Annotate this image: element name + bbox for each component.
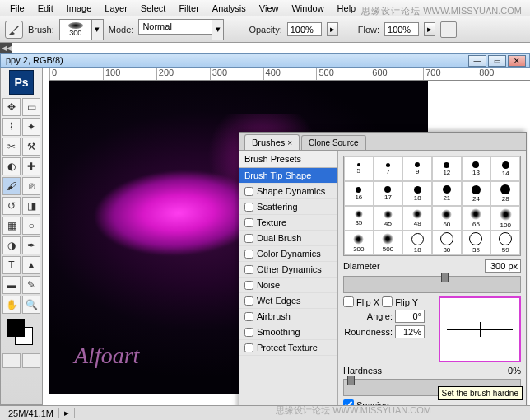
brush-option-smoothing[interactable]: Smoothing	[239, 324, 337, 340]
shape-tool[interactable]: ▬	[2, 276, 21, 294]
slice-tool[interactable]: ⚒	[22, 138, 40, 156]
move-tool[interactable]: ✥	[2, 98, 21, 116]
brush-thumb[interactable]: 18	[402, 231, 432, 255]
roundness-input[interactable]: 12%	[395, 325, 425, 338]
brush-thumb[interactable]: 59	[490, 231, 520, 255]
brush-option-scattering[interactable]: Scattering	[239, 199, 337, 215]
eyedropper-tool[interactable]: ◐	[2, 157, 21, 175]
screenmode-button[interactable]	[22, 353, 40, 368]
menu-image[interactable]: Image	[60, 2, 99, 15]
brush-thumb[interactable]: 9	[402, 156, 432, 181]
healing-tool[interactable]: ✚	[22, 157, 40, 175]
brush-thumb[interactable]: 30	[432, 231, 462, 255]
history-brush-tool[interactable]: ↺	[2, 197, 21, 215]
brush-option-checkbox[interactable]	[244, 265, 253, 274]
diameter-input[interactable]: 300 px	[485, 259, 521, 273]
crop-tool[interactable]: ✂	[2, 138, 21, 156]
menu-file[interactable]: File	[3, 2, 31, 15]
brush-thumb[interactable]: 100	[490, 206, 520, 231]
flow-input[interactable]: 100%	[384, 22, 419, 36]
brush-option-checkbox[interactable]	[244, 187, 253, 196]
brush-option-checkbox[interactable]	[244, 218, 253, 227]
zoom-tool[interactable]: 🔍	[22, 296, 40, 314]
brush-thumb[interactable]: 16	[344, 181, 374, 206]
brush-thumb[interactable]: 21	[432, 181, 462, 206]
brush-thumb[interactable]: 300	[344, 231, 374, 255]
brush-option-checkbox[interactable]	[244, 203, 253, 212]
brush-thumb[interactable]: 35	[344, 206, 374, 231]
brush-option-wet-edges[interactable]: Wet Edges	[239, 293, 337, 309]
notes-tool[interactable]: ✎	[22, 276, 40, 294]
brush-thumb[interactable]: 45	[374, 206, 403, 231]
menu-help[interactable]: Help	[331, 2, 363, 15]
brush-thumb[interactable]: 24	[462, 181, 491, 206]
quickmask-standard[interactable]	[2, 353, 21, 368]
marquee-tool[interactable]: ▭	[22, 98, 40, 116]
gradient-tool[interactable]: ▦	[2, 217, 21, 235]
lasso-tool[interactable]: ⌇	[2, 118, 21, 136]
brush-preset-picker[interactable]: 300	[59, 19, 92, 40]
brush-thumb[interactable]: 7	[374, 156, 403, 181]
brush-thumb[interactable]: 48	[402, 206, 432, 231]
brush-option-airbrush[interactable]: Airbrush	[239, 309, 337, 324]
brush-thumb[interactable]: 28	[490, 181, 520, 206]
hand-tool[interactable]: ✋	[2, 296, 21, 314]
diameter-slider[interactable]	[343, 276, 521, 293]
brush-thumb[interactable]: 12	[432, 156, 462, 181]
panel-collapse-tab[interactable]: ◀◀	[0, 43, 12, 53]
magic-wand-tool[interactable]: ✦	[22, 118, 40, 136]
menu-edit[interactable]: Edit	[31, 2, 60, 15]
brush-option-brush-tip-shape[interactable]: Brush Tip Shape	[239, 168, 337, 184]
menu-layer[interactable]: Layer	[98, 2, 134, 15]
tab-clone-source[interactable]: Clone Source	[301, 135, 366, 150]
type-tool[interactable]: T	[2, 256, 21, 274]
flipx-checkbox[interactable]	[343, 296, 354, 307]
brush-option-color-dynamics[interactable]: Color Dynamics	[239, 246, 337, 262]
angle-input[interactable]: 0°	[395, 310, 425, 323]
brush-tool[interactable]: 🖌	[2, 177, 21, 195]
menu-filter[interactable]: Filter	[172, 2, 205, 15]
dodge-tool[interactable]: ◑	[2, 236, 21, 254]
brush-option-texture[interactable]: Texture	[239, 215, 337, 231]
window-close-button[interactable]: ✕	[508, 55, 526, 67]
blend-mode-dropdown[interactable]: ▾	[212, 19, 224, 40]
brush-thumb[interactable]: 18	[402, 181, 432, 206]
opacity-input[interactable]: 100%	[287, 22, 322, 36]
brush-option-checkbox[interactable]	[244, 281, 253, 290]
brush-preset-dropdown[interactable]: ▾	[92, 19, 104, 40]
brush-option-checkbox[interactable]	[244, 234, 253, 243]
path-select-tool[interactable]: ▲	[22, 256, 40, 274]
brush-option-checkbox[interactable]	[244, 296, 253, 306]
brush-thumb[interactable]: 17	[374, 181, 403, 206]
brush-option-checkbox[interactable]	[244, 328, 253, 337]
menu-select[interactable]: Select	[134, 2, 173, 15]
menu-analysis[interactable]: Analysis	[206, 2, 253, 15]
brush-thumb[interactable]: 13	[462, 156, 491, 181]
flow-slider-toggle[interactable]: ▸	[424, 22, 435, 36]
airbrush-toggle-icon[interactable]	[440, 21, 457, 38]
brush-thumb[interactable]: 65	[462, 206, 491, 231]
brush-thumb[interactable]: 500	[374, 231, 403, 255]
menu-window[interactable]: Window	[285, 2, 330, 15]
blend-mode-select[interactable]: Normal	[138, 19, 212, 35]
brush-thumb[interactable]: 35	[462, 231, 491, 255]
brush-option-checkbox[interactable]	[244, 343, 253, 352]
brush-thumb[interactable]: 60	[432, 206, 462, 231]
blur-tool[interactable]: ○	[22, 217, 40, 235]
brush-option-shape-dynamics[interactable]: Shape Dynamics	[239, 184, 337, 199]
opacity-slider-toggle[interactable]: ▸	[327, 22, 338, 36]
menu-view[interactable]: View	[253, 2, 286, 15]
window-minimize-button[interactable]: —	[468, 55, 486, 67]
tab-brushes[interactable]: Brushes ×	[244, 134, 300, 150]
flipy-checkbox[interactable]	[382, 296, 393, 307]
status-arrow[interactable]: ▸	[59, 408, 75, 418]
window-maximize-button[interactable]: ▭	[488, 55, 506, 67]
eraser-tool[interactable]: ◨	[22, 197, 40, 215]
brush-option-checkbox[interactable]	[244, 312, 253, 321]
brush-option-checkbox[interactable]	[244, 250, 253, 259]
pen-tool[interactable]: ✒	[22, 236, 40, 254]
brush-option-protect-texture[interactable]: Protect Texture	[239, 340, 337, 356]
brush-thumb[interactable]: 14	[490, 156, 520, 181]
color-swatches[interactable]	[7, 319, 36, 348]
tool-preset-icon[interactable]	[5, 21, 23, 39]
